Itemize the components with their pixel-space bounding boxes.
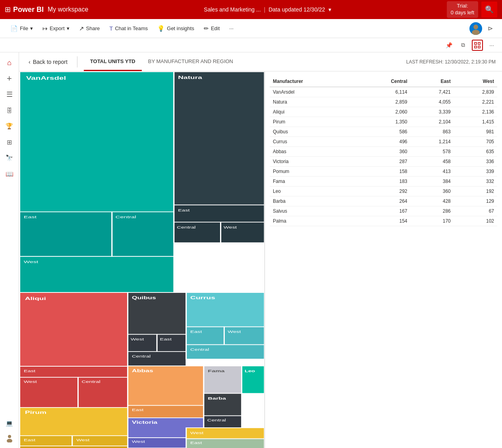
sidebar-item-datasets[interactable]: 📖 [2,167,17,181]
edit-label: Edit [211,25,220,31]
value-cell: 2,221 [454,97,497,107]
avatar[interactable] [469,22,482,35]
share-icon: ↗ [79,25,84,32]
value-cell: 1,415 [454,117,497,127]
value-cell: 384 [410,177,454,187]
manufacturer-cell: Victoria [270,157,356,167]
report-info: Sales and Marketing ... | Data updated 1… [93,6,442,13]
export-label: Export [50,25,65,31]
more-options-button[interactable]: ··· [486,40,497,51]
table-row[interactable]: Victoria287458336 [270,157,497,167]
insights-button[interactable]: 💡 Get insights [153,23,198,35]
focus-mode-button[interactable] [472,40,483,51]
col-west[interactable]: West [454,76,497,87]
table-row[interactable]: Pomum158413339 [270,167,497,177]
table-row[interactable]: Quibus586863981 [270,127,497,137]
export-button[interactable]: ↦ Export ▾ [39,23,73,35]
svg-text:Abbas: Abbas [132,368,153,373]
svg-rect-34 [128,335,157,352]
svg-text:Central: Central [177,225,195,229]
sidebar-item-create[interactable]: + [2,71,17,86]
value-cell: 129 [454,196,497,206]
insights-icon: 💡 [157,25,165,32]
svg-rect-26 [19,366,127,377]
col-manufacturer[interactable]: Manufacturer [270,76,356,87]
table-row[interactable]: Currus4961,214705 [270,137,497,147]
table-row[interactable]: Fama183384332 [270,177,497,187]
back-arrow-icon: ‹ [29,59,31,65]
manufacturer-cell: Natura [270,97,356,107]
svg-text:West: West [228,330,241,334]
teams-icon: T [109,25,113,32]
table-row[interactable]: Pirum1,3502,1041,415 [270,117,497,127]
more-button[interactable]: ··· [225,23,237,34]
table-row[interactable]: Salvus16728667 [270,206,497,216]
col-central[interactable]: Central [356,76,410,87]
app-name: Power BI [13,6,44,14]
value-cell: 336 [454,157,497,167]
tab-by-manufacturer[interactable]: BY MANUFACTURER AND REGION [142,52,239,71]
svg-text:West: West [76,438,90,442]
treemap-panel[interactable]: VanArsdel East Central West Natura East … [19,71,265,448]
svg-rect-14 [19,256,174,292]
value-cell: 183 [356,177,410,187]
table-row[interactable]: Leo292360192 [270,187,497,196]
secondary-toolbar: 📄 File ▾ ↦ Export ▾ ↗ Share T Chat in Te… [0,19,502,38]
svg-text:Aliqui: Aliqui [25,296,46,301]
content-area: ‹ Back to report TOTAL UNITS YTD BY MANU… [19,52,502,448]
value-cell: 863 [410,127,454,137]
chat-button[interactable]: T Chat in Teams [105,23,152,34]
svg-text:Central: Central [190,348,209,352]
export-chevron-icon: ▾ [67,25,70,31]
sidebar-item-deployment[interactable]: 💻 [2,416,17,431]
duplicate-icon-button[interactable]: ⧉ [458,40,469,51]
insights-label: Get insights [167,25,194,31]
share-label: Share [86,25,100,31]
share-button[interactable]: ↗ Share [75,23,104,35]
table-row[interactable]: Abbas360578635 [270,147,497,157]
table-row[interactable]: Aliqui2,0603,3392,136 [270,107,497,117]
back-to-report-button[interactable]: ‹ Back to report [25,56,71,67]
panel-right-button[interactable]: ⊳ [485,23,496,34]
value-cell: 339 [454,167,497,177]
value-cell: 67 [454,206,497,216]
svg-text:East: East [160,337,172,341]
table-row[interactable]: Natura2,8594,0552,221 [270,97,497,107]
table-row[interactable]: VanArsdel6,1147,4212,839 [270,87,497,97]
pin-icon-button[interactable]: 📌 [443,40,454,51]
manufacturer-cell: Pirum [270,117,356,127]
value-cell: 2,060 [356,107,410,117]
col-east[interactable]: East [410,76,454,87]
sidebar-item-home[interactable]: ⌂ [2,56,17,70]
export-icon: ↦ [42,25,48,32]
svg-rect-3 [478,42,480,44]
sidebar-item-apps[interactable]: ⊞ [2,135,17,149]
sidebar-item-datahub[interactable]: 🗄 [2,103,17,117]
sidebar-item-learn[interactable]: 🔭 [2,151,17,165]
tab-total-units[interactable]: TOTAL UNITS YTD [84,52,142,71]
svg-text:East: East [190,330,202,334]
edit-button[interactable]: ✏ Edit [200,23,224,35]
sidebar-item-profile[interactable] [2,431,17,445]
manufacturer-cell: Barba [270,196,356,206]
manufacturer-cell: Aliqui [270,107,356,117]
sidebar-item-goals[interactable]: 🏆 [2,119,17,133]
file-button[interactable]: 📄 File ▾ [6,23,37,35]
left-sidebar: ⌂ + ☰ 🗄 🏆 ⊞ 🔭 📖 💻 [0,52,19,448]
last-refresh: LAST REFRESH: 12/30/2022, 2:19:30 PM [406,59,496,65]
report-tabs: TOTAL UNITS YTD BY MANUFACTURER AND REGI… [84,52,239,71]
search-button[interactable]: 🔍 [481,2,497,17]
table-row[interactable]: Palma154170102 [270,216,497,226]
value-cell: 586 [356,127,410,137]
table-row[interactable]: Barba264428129 [270,196,497,206]
manufacturer-cell: Currus [270,137,356,147]
sidebar-item-browse[interactable]: ☰ [2,87,17,102]
svg-text:East: East [190,441,202,445]
grid-icon: ⊞ [5,5,11,14]
data-updated: Data updated 12/30/22 [268,6,325,13]
svg-text:VanArsdel: VanArsdel [26,75,66,81]
value-cell: 264 [356,196,410,206]
svg-rect-24 [19,292,127,366]
back-bar: ‹ Back to report TOTAL UNITS YTD BY MANU… [19,52,502,71]
data-chevron-icon[interactable]: ▾ [328,6,331,13]
